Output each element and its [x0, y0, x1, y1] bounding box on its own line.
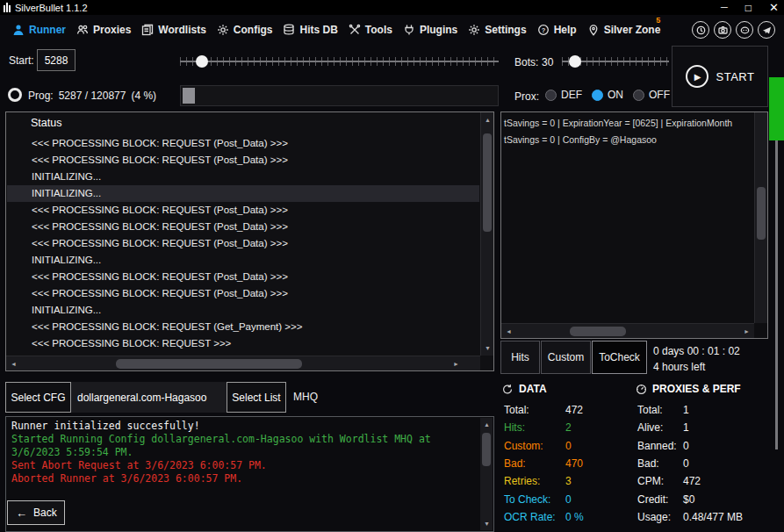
screenshot-button[interactable] [714, 21, 731, 39]
start-slider-thumb[interactable] [196, 55, 208, 68]
proxy-stats-panel: PROXIES & PERF Total:1 Alive:1 Banned:0 … [636, 383, 776, 526]
stat-value: 472 [565, 404, 583, 416]
log-line: Runner initialized succesfully! [11, 420, 478, 433]
runner-log-lines: Runner initialized succesfully! Started … [11, 420, 478, 485]
menu-label: Silver Zone [604, 24, 661, 36]
start-slider[interactable] [180, 55, 499, 68]
menu-runner[interactable]: Runner [7, 15, 71, 45]
runtime-timer: 0 days 00 : 01 : 02 4 hours left [653, 343, 740, 375]
status-log-line-selected[interactable]: INITIALIZING... [7, 185, 479, 202]
select-cfg-button[interactable]: Select CFG [5, 382, 71, 413]
stat-label: Alive: [637, 421, 683, 434]
back-button[interactable]: ← Back [7, 500, 65, 525]
stat-row: Bad:470 [504, 455, 634, 472]
telegram-button[interactable] [758, 21, 775, 39]
status-panel-header: Status [31, 117, 61, 129]
log-line: Sent Abort Request at 3/6/2023 6:00:57 P… [11, 459, 478, 472]
menu-wordlists[interactable]: Wordlists [136, 15, 211, 45]
menu-tools[interactable]: Tools [343, 15, 398, 45]
status-log-line[interactable]: INITIALIZING... [7, 302, 479, 319]
tab-hits[interactable]: Hits [500, 341, 540, 374]
status-horizontal-scrollbar[interactable]: ◄ ► [6, 356, 480, 370]
status-log-line[interactable]: <<< PROCESSING BLOCK: REQUEST (Post_Data… [7, 269, 479, 285]
scroll-up-icon[interactable]: ▲ [484, 421, 490, 428]
minimize-icon[interactable]: ─ [721, 3, 728, 12]
bots-slider-thumb[interactable] [569, 55, 581, 68]
menu-plugins[interactable]: Plugins [398, 15, 463, 45]
tab-label: Hits [511, 351, 529, 363]
radio-dot [592, 90, 603, 101]
status-log-line[interactable]: INITIALIZING... [7, 169, 479, 185]
details-vertical-scrollbar[interactable] [754, 112, 767, 323]
select-list-button[interactable]: Select List [227, 382, 286, 413]
status-log-line[interactable]: <<< PROCESSING BLOCK: REQUEST (Post_Data… [7, 235, 479, 252]
scroll-right-icon[interactable]: ► [744, 328, 750, 334]
stat-value: 0 [683, 457, 689, 470]
details-horizontal-scrollbar[interactable]: ◄ ► [501, 323, 754, 338]
prox-on-radio[interactable]: ON [592, 89, 623, 101]
history-button[interactable] [692, 21, 709, 39]
menu-label: Configs [234, 24, 273, 36]
radio-label: ON [608, 89, 623, 101]
discord-button[interactable] [736, 21, 753, 39]
menu-proxies[interactable]: Proxies [71, 15, 136, 45]
start-button-label: START [716, 70, 755, 83]
stat-value: 0 [565, 493, 572, 506]
scroll-left-icon[interactable]: ◄ [506, 328, 512, 334]
status-log-line[interactable]: <<< PROCESSING BLOCK: REQUEST (Post_Data… [7, 219, 479, 235]
bots-slider[interactable] [562, 55, 669, 68]
menu-configs[interactable]: Configs [212, 15, 278, 45]
prox-label: Prox: [514, 90, 539, 103]
tab-label: ToCheck [599, 351, 640, 363]
radio-dot [545, 90, 557, 101]
status-log-line[interactable]: <<< PROCESSING BLOCK: REQUEST (Post_Data… [7, 202, 479, 219]
status-log-line[interactable]: <<< PROCESSING BLOCK: REQUEST (Post_Data… [7, 152, 479, 169]
maximize-icon[interactable]: □ [745, 3, 752, 13]
menu-help[interactable]: ? Help [532, 15, 582, 45]
app-logo-icon [4, 3, 11, 12]
status-log-line[interactable]: INITIALIZING... [7, 252, 479, 269]
silver-zone-badge: 5 [656, 16, 660, 25]
scrollbar-thumb[interactable] [757, 187, 766, 240]
prox-off-radio[interactable]: OFF [633, 89, 670, 101]
status-vertical-scrollbar[interactable]: ▲ ▼ [480, 112, 493, 356]
scroll-down-icon[interactable]: ▼ [484, 521, 490, 527]
scrollbar-thumb[interactable] [116, 359, 302, 369]
edge-divider-line [775, 140, 778, 449]
scroll-right-icon[interactable]: ► [453, 361, 459, 367]
tab-custom[interactable]: Custom [541, 341, 591, 374]
menu-silver-zone[interactable]: 5 Silver Zone [582, 15, 666, 45]
status-log-line[interactable]: <<< PROCESSING BLOCK: REQUEST >>> [7, 335, 479, 352]
scrollbar-thumb[interactable] [570, 327, 626, 336]
stat-value: $0 [683, 493, 694, 506]
stat-row: CPM:472 [637, 472, 776, 490]
status-log-line[interactable]: <<< PROCESSING BLOCK: REQUEST (Post_Data… [7, 285, 479, 302]
start-button[interactable]: ▶ START [672, 46, 768, 107]
scrollbar-thumb[interactable] [482, 433, 491, 466]
stat-label: Banned: [637, 440, 683, 452]
stat-label: Total: [637, 404, 683, 416]
close-icon[interactable]: ✕ [769, 2, 779, 13]
stat-value: 472 [683, 475, 701, 487]
status-log-line[interactable]: <<< PROCESSING BLOCK: REQUEST (Post_Data… [7, 135, 479, 152]
scroll-up-icon[interactable]: ▲ [485, 117, 491, 123]
menu-hits-db[interactable]: Hits DB [277, 15, 342, 45]
stat-label: Total: [504, 404, 565, 416]
menu-label: Runner [29, 24, 66, 36]
log-vertical-scrollbar[interactable]: ▲ ▼ [480, 418, 493, 530]
stat-value: 0 [565, 440, 572, 452]
menu-label: Wordlists [158, 24, 205, 36]
menu-label: Help [554, 24, 577, 36]
scroll-left-icon[interactable]: ◄ [11, 361, 17, 367]
detail-log-line: tSavings = 0 | ExpirationYear = [0625] |… [501, 115, 767, 132]
scrollbar-thumb[interactable] [483, 133, 492, 232]
tab-tocheck[interactable]: ToCheck [592, 341, 647, 374]
status-log-line[interactable]: <<< PROCESSING BLOCK: REQUEST (Get_Payme… [7, 319, 479, 335]
menu-settings[interactable]: Settings [463, 15, 531, 45]
prog-percent: (4 %) [131, 90, 156, 102]
scroll-down-icon[interactable]: ▼ [485, 345, 491, 351]
selected-wordlist-name: MHQ [293, 391, 318, 403]
start-input[interactable] [37, 49, 76, 71]
menu-label: Proxies [93, 24, 131, 36]
prox-def-radio[interactable]: DEF [545, 89, 582, 101]
